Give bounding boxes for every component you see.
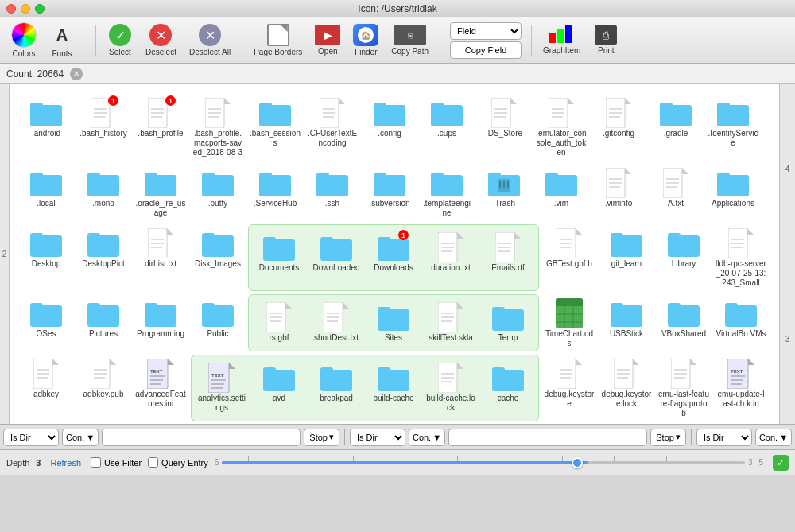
file-item[interactable]: VBoxShared <box>657 294 711 351</box>
file-item[interactable]: .config <box>363 94 417 161</box>
file-grid-container[interactable]: .android 1 .bash_history 1 .bash_profile <box>10 84 779 424</box>
file-item[interactable]: DesktopPict <box>76 224 130 291</box>
stop-button-2[interactable]: Stop ▾ <box>650 429 686 446</box>
confirm-button[interactable]: ✓ <box>773 455 789 471</box>
file-item[interactable]: build-cache <box>366 359 421 417</box>
file-item[interactable]: skillTest.skla <box>424 298 478 348</box>
con-dropdown-3[interactable]: Con. ▼ <box>755 429 792 446</box>
con-dropdown-2[interactable]: Con. ▼ <box>409 429 445 446</box>
file-item[interactable]: .templateengine <box>420 164 474 221</box>
colors-button[interactable]: Colors <box>6 19 41 61</box>
filter-select-3[interactable]: Is Dir <box>696 429 752 446</box>
maximize-button[interactable] <box>35 4 45 14</box>
select-button[interactable]: ✓ Select <box>103 21 138 60</box>
filter-select-2[interactable]: Is Dir <box>350 429 405 446</box>
stop-button-1[interactable]: Stop ▾ <box>304 429 339 446</box>
file-item[interactable]: Library <box>657 224 711 291</box>
file-item[interactable]: Disk_Images <box>191 224 245 291</box>
graph-item-button[interactable]: GraphItem <box>538 22 585 58</box>
file-item[interactable]: .bash_profile.macports-saved_2018-08-31_… <box>191 94 245 161</box>
file-item[interactable]: TimeChart.ods <box>542 294 596 351</box>
deselect-all-button[interactable]: ✕ Deselect All <box>184 21 235 60</box>
filter-input-1[interactable] <box>102 429 301 446</box>
use-filter-checkbox[interactable] <box>91 457 101 468</box>
file-item[interactable]: .bash_sessions <box>248 94 302 161</box>
fonts-button[interactable]: A Fonts <box>45 19 80 61</box>
file-item[interactable]: OSes <box>19 294 73 351</box>
file-item[interactable]: USBStick <box>599 294 653 351</box>
file-item[interactable]: duration.txt <box>424 228 478 287</box>
file-item[interactable]: VirtualBo VMs <box>714 294 768 351</box>
file-item[interactable]: Pictures <box>76 294 130 351</box>
file-item[interactable]: Sites <box>366 298 421 348</box>
file-item[interactable]: .mono <box>76 164 130 221</box>
file-icon <box>667 297 700 329</box>
finder-button[interactable]: 🏠 Finder <box>348 21 383 60</box>
file-item[interactable]: DownLoaded <box>309 228 363 287</box>
file-item[interactable]: .local <box>19 164 73 221</box>
count-close-button[interactable]: ✕ <box>70 68 83 80</box>
file-item[interactable]: .cups <box>420 94 474 161</box>
file-item[interactable]: .viminfo <box>591 164 646 221</box>
file-item[interactable]: cache <box>481 359 535 417</box>
file-item[interactable]: .CFUserTextEncoding <box>305 94 359 161</box>
deselect-button[interactable]: ✕ Deselect <box>141 21 181 60</box>
file-item[interactable]: git_learn <box>599 224 653 291</box>
file-item[interactable]: Documents <box>252 228 306 287</box>
file-item[interactable]: lldb-rpc-server_20-07-25-13:243_Small <box>714 224 768 291</box>
query-entry-checkbox[interactable] <box>148 457 158 468</box>
file-item[interactable]: debug.keystore <box>542 355 596 421</box>
slider-thumb[interactable] <box>572 457 583 468</box>
file-item[interactable]: Applications <box>706 164 760 221</box>
field-dropdown[interactable]: Field <box>450 22 522 40</box>
file-item[interactable]: .vim <box>534 164 588 221</box>
file-item[interactable]: Programming <box>134 294 188 351</box>
file-item[interactable]: .IdentityService <box>706 94 760 161</box>
file-item[interactable]: rs.gbf <box>252 298 306 348</box>
file-item[interactable]: 1 .bash_history <box>76 94 130 161</box>
copy-field-button[interactable]: Copy Field <box>450 41 522 59</box>
file-item[interactable]: Temp <box>481 298 535 348</box>
print-button[interactable]: ⎙ Print <box>588 22 623 58</box>
file-item[interactable]: Emails.rtf <box>481 228 535 287</box>
file-item[interactable]: TEXT advancedFeatures.ini <box>134 355 188 421</box>
filter-input-2[interactable] <box>448 429 647 446</box>
filter-select-1[interactable]: Is Dir <box>3 429 59 446</box>
file-item[interactable]: dirList.txt <box>134 224 188 291</box>
file-item[interactable]: Desktop <box>19 224 73 291</box>
file-item[interactable]: .subversion <box>363 164 417 221</box>
minimize-button[interactable] <box>21 4 30 14</box>
file-item[interactable]: 1 .bash_profile <box>134 94 188 161</box>
file-item[interactable]: build-cache.lock <box>424 359 478 417</box>
file-item[interactable]: A.txt <box>649 164 703 221</box>
file-item[interactable]: TEXT analytics.settings <box>195 359 249 417</box>
file-item[interactable]: .android <box>19 94 73 161</box>
file-item[interactable]: .gradle <box>649 94 703 161</box>
file-item[interactable]: .ServiceHub <box>248 164 302 221</box>
file-item[interactable]: adbkey.pub <box>76 355 130 421</box>
copy-path-button[interactable]: ⎘ Copy Path <box>386 21 433 59</box>
file-item[interactable]: avd <box>252 359 306 417</box>
close-button[interactable] <box>6 4 16 14</box>
file-item[interactable]: .putty <box>191 164 245 221</box>
refresh-button[interactable]: Refresh <box>47 456 84 469</box>
file-item[interactable]: adbkey <box>19 355 73 421</box>
page-borders-button[interactable]: Page Borders <box>249 21 307 60</box>
file-item[interactable]: 1 Downloads <box>366 228 421 287</box>
file-item[interactable]: shortDest.txt <box>309 298 363 348</box>
file-item[interactable]: TEXT emu-update-last-ch k.in <box>714 355 768 421</box>
file-item[interactable]: .Trash <box>477 164 531 221</box>
open-button[interactable]: ▶ Open <box>310 21 345 59</box>
file-item[interactable]: .ssh <box>305 164 359 221</box>
file-item[interactable]: .gitconfig <box>591 94 646 161</box>
file-item[interactable]: Public <box>191 294 245 351</box>
file-item[interactable]: .DS_Store <box>477 94 531 161</box>
slider-tick-3: 3 <box>748 458 753 467</box>
file-item[interactable]: debug.keystore.lock <box>599 355 653 421</box>
file-item[interactable]: .oracle_jre_usage <box>134 164 188 221</box>
file-item[interactable]: breakpad <box>309 359 363 417</box>
file-item[interactable]: GBTest.gbf b <box>542 224 596 291</box>
file-item[interactable]: .emulator_console_auth_token <box>534 94 588 161</box>
file-item[interactable]: emu-last-feature-flags.protob <box>657 355 711 421</box>
con-dropdown-1[interactable]: Con. ▼ <box>62 429 99 446</box>
